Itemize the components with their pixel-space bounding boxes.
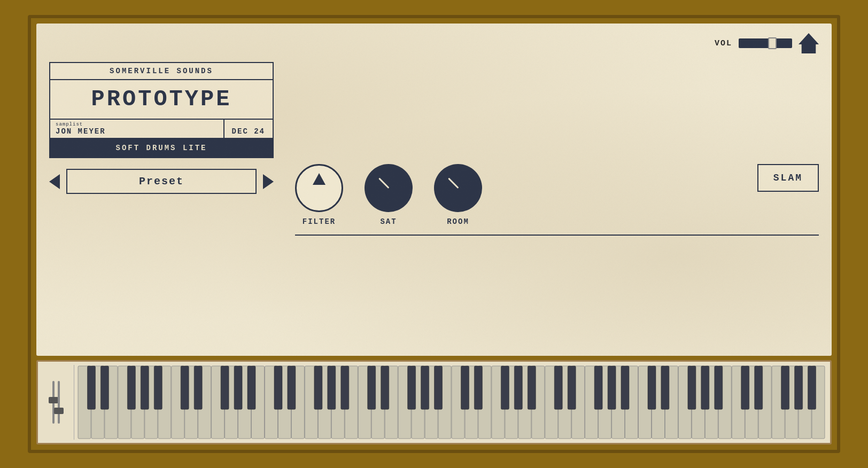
svg-rect-72 [381,366,389,409]
brand-card: SOMERVILLE SOUNDS PROTOTYPE samplist JON… [49,62,274,158]
meta-right: DEC 24 [224,120,273,138]
svg-rect-63 [221,366,229,409]
svg-rect-91 [741,366,749,409]
left-panel: SOMERVILLE SOUNDS PROTOTYPE samplist JON… [49,62,274,346]
home-button[interactable] [799,33,819,53]
slam-button[interactable]: SLAM [757,164,819,192]
svg-rect-85 [621,366,629,409]
svg-rect-61 [181,366,189,409]
preset-prev-button[interactable] [49,174,60,189]
svg-rect-76 [461,366,469,409]
svg-rect-70 [341,366,349,409]
piano [78,365,826,440]
svg-rect-73 [408,366,416,409]
filter-label: FILTER [303,217,336,226]
svg-rect-57 [100,366,108,409]
vol-slider[interactable] [739,38,792,48]
preset-label: Preset [139,175,184,188]
main-panel: VOL SOMERVILLE SOUNDS PROTOTYPE [36,24,832,356]
svg-rect-60 [154,366,162,409]
category-text: SOFT DRUMS LITE [115,144,207,152]
filter-group: FILTER [295,164,343,226]
slam-label: SLAM [773,173,803,183]
svg-rect-93 [781,366,789,409]
sliders-row [52,381,60,424]
svg-rect-79 [514,366,522,409]
svg-rect-56 [88,366,96,409]
svg-rect-69 [328,366,336,409]
pitch-thumb[interactable] [49,397,58,403]
preset-display: Preset [66,169,257,194]
preset-nav: Preset [49,169,274,194]
samplist-name: JON MEYER [56,127,218,136]
preset-next-button[interactable] [263,174,274,189]
svg-rect-81 [554,366,562,409]
svg-rect-80 [528,366,536,409]
svg-rect-92 [755,366,763,409]
svg-rect-84 [608,366,616,409]
keyboard-panel [36,360,832,444]
date-value: DEC 24 [232,127,265,136]
vol-label: VOL [715,39,732,48]
company-name: SOMERVILLE SOUNDS [110,67,213,75]
room-label: ROOM [447,217,469,226]
sat-label: SAT [380,217,397,226]
meta-left: samplist JON MEYER [50,120,224,138]
svg-rect-68 [314,366,322,409]
sat-indicator [378,178,390,189]
svg-rect-77 [474,366,482,409]
app-frame: VOL SOMERVILLE SOUNDS PROTOTYPE [28,15,840,453]
top-bar: VOL [49,33,819,53]
sat-knob[interactable] [365,164,413,212]
room-group: ROOM [434,164,482,226]
svg-rect-64 [234,366,242,409]
svg-rect-62 [194,366,202,409]
room-indicator [448,178,459,189]
brand-meta: samplist JON MEYER DEC 24 [50,120,273,139]
svg-rect-89 [701,366,709,409]
brand-footer: SOFT DRUMS LITE [50,139,273,157]
svg-rect-74 [421,366,429,409]
svg-rect-88 [688,366,696,409]
sat-group: SAT [365,164,413,226]
knobs-row: FILTER SAT ROOM [295,164,819,236]
samplist-sublabel: samplist [56,122,218,127]
svg-rect-67 [288,366,296,409]
filter-knob[interactable] [295,164,343,212]
svg-rect-71 [368,366,376,409]
svg-rect-58 [127,366,135,409]
brand-top: SOMERVILLE SOUNDS [50,63,273,80]
mod-thumb[interactable] [54,408,64,414]
svg-rect-78 [501,366,509,409]
svg-rect-94 [795,366,803,409]
keyboard-controls [42,365,74,440]
brand-product: PROTOTYPE [50,80,273,120]
svg-rect-65 [247,366,255,409]
svg-rect-82 [568,366,576,409]
svg-rect-90 [715,366,723,409]
svg-rect-59 [141,366,149,409]
mod-slider[interactable] [58,381,60,424]
svg-rect-66 [274,366,282,409]
svg-rect-95 [808,366,816,409]
pitch-slider[interactable] [52,381,55,424]
svg-rect-86 [648,366,656,409]
svg-rect-83 [594,366,602,409]
right-panel: FILTER SAT ROOM [295,62,819,346]
vol-thumb[interactable] [768,37,777,49]
svg-rect-87 [661,366,669,409]
piano-keys [78,365,826,440]
filter-indicator [313,173,326,185]
content-area: SOMERVILLE SOUNDS PROTOTYPE samplist JON… [49,62,819,346]
product-name: PROTOTYPE [91,87,232,112]
room-knob[interactable] [434,164,482,212]
svg-rect-75 [435,366,443,409]
